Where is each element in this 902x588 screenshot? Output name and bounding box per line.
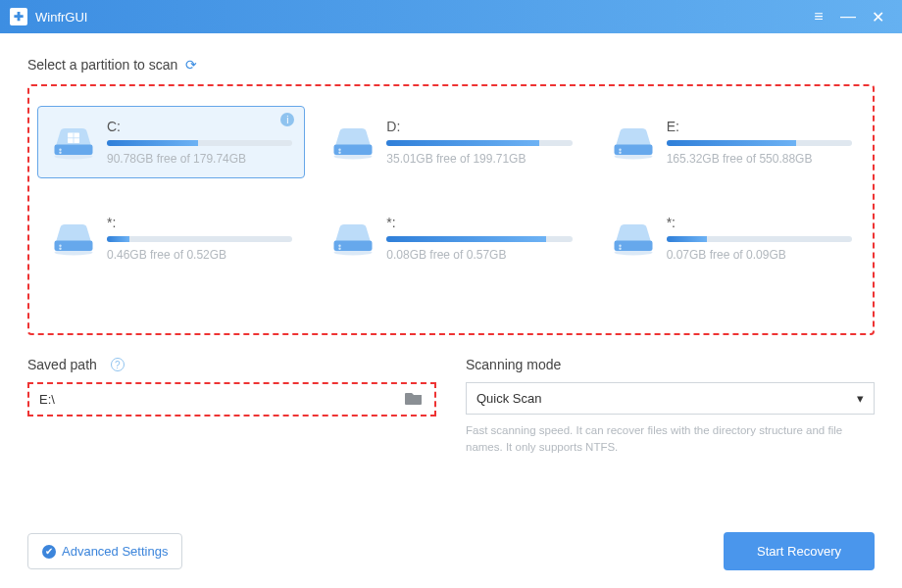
advanced-settings-label: Advanced Settings (62, 544, 168, 559)
free-space-text: 0.07GB free of 0.09GB (667, 248, 852, 262)
window-title: WinfrGUI (35, 10, 804, 24)
partition-grid: i C: 90.78GB free of 179.74GB D: 35.01GB… (27, 84, 875, 335)
partition-card[interactable]: *: 0.46GB free of 0.52GB (37, 202, 305, 274)
partition-card[interactable]: *: 0.07GB free of 0.09GB (597, 202, 865, 274)
svg-point-18 (59, 248, 61, 250)
usage-bar (107, 236, 292, 242)
partition-card[interactable]: E: 165.32GB free of 550.88GB (597, 106, 865, 178)
svg-point-26 (619, 248, 621, 250)
usage-bar (667, 140, 852, 146)
svg-point-25 (619, 245, 621, 247)
scanning-mode-description: Fast scanning speed. It can recover file… (466, 422, 875, 457)
start-recovery-label: Start Recovery (757, 544, 841, 559)
saved-path-label-text: Saved path (27, 357, 97, 372)
scanning-mode-value: Quick Scan (476, 391, 541, 406)
chevron-down-icon: ▾ (857, 391, 864, 406)
free-space-text: 90.78GB free of 179.74GB (107, 152, 292, 166)
check-icon: ✔ (42, 545, 56, 559)
help-icon[interactable]: ? (111, 358, 125, 371)
partition-card[interactable]: D: 35.01GB free of 199.71GB (317, 106, 584, 178)
usage-bar (386, 236, 572, 242)
app-logo-icon: ✚ (10, 8, 27, 25)
partition-card[interactable]: *: 0.08GB free of 0.57GB (317, 202, 584, 274)
drive-icon (50, 216, 97, 261)
svg-point-9 (339, 149, 341, 151)
refresh-icon[interactable]: ⟳ (185, 57, 197, 73)
drive-letter: E: (667, 119, 852, 134)
svg-point-21 (339, 245, 341, 247)
saved-path-input[interactable]: E:\ (31, 386, 395, 413)
minimize-button[interactable]: — (833, 0, 863, 33)
title-bar: ✚ WinfrGUI ≡ — ✕ (0, 0, 902, 33)
drive-icon (329, 216, 376, 261)
start-recovery-button[interactable]: Start Recovery (724, 532, 875, 570)
free-space-text: 0.08GB free of 0.57GB (386, 248, 572, 262)
drive-letter: D: (386, 119, 572, 134)
drive-letter: *: (386, 215, 572, 230)
usage-bar (386, 140, 572, 146)
drive-icon (329, 120, 376, 165)
scanning-mode-label: Scanning mode (466, 357, 875, 372)
svg-point-13 (619, 149, 621, 151)
drive-letter: C: (107, 119, 292, 134)
drive-icon (610, 120, 657, 165)
svg-point-2 (59, 149, 61, 151)
saved-path-row: E:\ (27, 382, 436, 416)
select-partition-text: Select a partition to scan (27, 57, 177, 73)
drive-letter: *: (107, 215, 292, 230)
svg-point-10 (339, 152, 341, 154)
svg-point-3 (59, 152, 61, 154)
usage-bar (107, 140, 292, 146)
partition-card[interactable]: i C: 90.78GB free of 179.74GB (37, 106, 305, 178)
saved-path-label: Saved path ? (27, 357, 436, 372)
select-partition-label: Select a partition to scan ⟳ (27, 57, 875, 73)
free-space-text: 0.46GB free of 0.52GB (107, 248, 292, 262)
folder-icon[interactable] (395, 391, 432, 409)
scanning-mode-select[interactable]: Quick Scan ▾ (466, 382, 875, 415)
close-button[interactable]: ✕ (863, 0, 892, 33)
usage-bar (667, 236, 852, 242)
svg-point-17 (59, 245, 61, 247)
menu-button[interactable]: ≡ (804, 0, 833, 33)
free-space-text: 165.32GB free of 550.88GB (667, 152, 852, 166)
free-space-text: 35.01GB free of 199.71GB (386, 152, 572, 166)
advanced-settings-button[interactable]: ✔ Advanced Settings (27, 533, 182, 569)
svg-point-22 (339, 248, 341, 250)
drive-icon (50, 120, 97, 165)
drive-icon (610, 216, 657, 261)
svg-point-14 (619, 152, 621, 154)
drive-letter: *: (667, 215, 852, 230)
